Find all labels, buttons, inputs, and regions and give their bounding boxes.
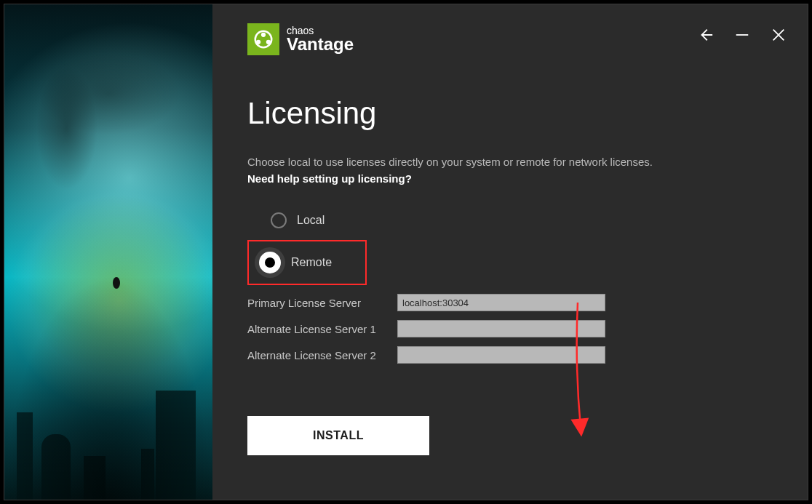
radio-icon: [259, 252, 281, 273]
alt-server-1-label: Alternate License Server 1: [247, 323, 386, 335]
brand-main: Vantage: [287, 36, 354, 53]
installer-window: chaos Vantage Licensing Choose local to …: [4, 4, 808, 500]
hero-image: [4, 4, 212, 500]
back-button[interactable]: [697, 26, 715, 44]
option-remote-label: Remote: [291, 256, 332, 269]
svg-point-1: [261, 33, 266, 37]
minimize-button[interactable]: [733, 26, 751, 44]
svg-point-2: [256, 40, 260, 44]
page-description: Choose local to use licenses directly on…: [247, 156, 764, 168]
alt-server-2-label: Alternate License Server 2: [247, 349, 386, 361]
option-local-label: Local: [297, 214, 325, 227]
alt-server-1-input[interactable]: [397, 320, 605, 337]
help-link[interactable]: Need help setting up licensing?: [247, 172, 764, 185]
option-remote[interactable]: Remote: [247, 240, 367, 285]
install-button[interactable]: INSTALL: [247, 416, 429, 455]
radio-icon: [271, 212, 287, 228]
primary-server-label: Primary License Server: [247, 297, 386, 309]
alt-server-2-input[interactable]: [397, 346, 605, 364]
svg-point-3: [266, 40, 271, 44]
primary-server-input[interactable]: [397, 294, 605, 311]
close-button[interactable]: [770, 26, 787, 44]
brand: chaos Vantage: [247, 23, 354, 55]
option-local[interactable]: Local: [260, 205, 335, 236]
main-panel: chaos Vantage Licensing Choose local to …: [212, 4, 808, 500]
page-title: Licensing: [247, 96, 764, 131]
chaos-logo-icon: [247, 23, 279, 55]
